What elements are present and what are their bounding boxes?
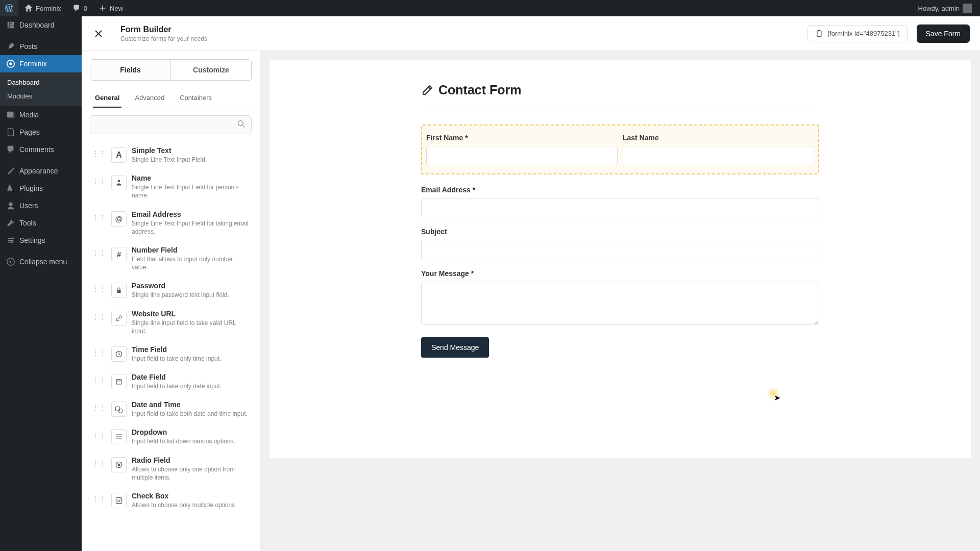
shortcode-copy[interactable]: [forminix id="48975231"] [807, 25, 907, 42]
svg-point-9 [118, 180, 120, 183]
message-textarea[interactable] [421, 282, 819, 325]
field-item-radio-field[interactable]: ⋮⋮Radio FieldAllows to choose only one o… [90, 451, 252, 487]
plugin-icon [6, 184, 15, 193]
menu-posts[interactable]: Posts [0, 38, 82, 55]
wp-logo[interactable] [0, 0, 18, 16]
first-name-input[interactable] [426, 146, 618, 165]
field-category-tabs: General Advanced Containers [90, 90, 252, 108]
menu-plugins[interactable]: Plugins [0, 180, 82, 197]
site-name-link[interactable]: Forminix [19, 0, 66, 16]
tab-fields[interactable]: Fields [90, 60, 170, 80]
page-title: Form Builder [120, 25, 207, 34]
subject-label: Subject [421, 228, 819, 236]
field-type-icon [111, 175, 127, 190]
field-item-date-and-time[interactable]: ⋮⋮Date and TimeInput field to take both … [90, 395, 252, 423]
fields-panel: Fields Customize General Advanced Contai… [82, 51, 260, 551]
drag-handle-icon[interactable]: ⋮⋮ [92, 404, 106, 412]
comments-link[interactable]: 0 [67, 0, 92, 16]
field-type-icon [111, 493, 127, 508]
collapse-icon [6, 257, 15, 266]
menu-media[interactable]: Media [0, 106, 82, 123]
menu-forminix[interactable]: Forminix [0, 55, 82, 72]
submenu-modules[interactable]: Modules [0, 89, 82, 103]
field-desc: Input field to take both date and time i… [132, 410, 250, 418]
menu-appearance[interactable]: Appearance [0, 162, 82, 180]
field-type-icon [111, 402, 127, 417]
field-item-number-field[interactable]: ⋮⋮#Number FieldField that allows to inpu… [90, 241, 252, 277]
field-desc: Field that allows to input only number v… [132, 255, 250, 271]
last-name-label: Last Name [623, 134, 814, 142]
search-input[interactable] [90, 115, 252, 134]
tab-customize[interactable]: Customize [170, 60, 251, 80]
drag-handle-icon[interactable]: ⋮⋮ [92, 149, 106, 158]
canvas-area: Contact Form First Name * Last Name Emai… [260, 51, 980, 551]
menu-pages[interactable]: Pages [0, 123, 82, 141]
fields-list: ⋮⋮ASimple TextSingle Line Text Input Fie… [90, 141, 252, 514]
field-item-time-field[interactable]: ⋮⋮Time FieldInput field to take only tim… [90, 340, 252, 368]
field-type-icon [111, 311, 127, 326]
field-item-password[interactable]: ⋮⋮PasswordSingle line password text inpu… [90, 277, 252, 304]
collapse-menu[interactable]: Collapse menu [0, 253, 82, 270]
form-title-row[interactable]: Contact Form [421, 83, 819, 107]
avatar [963, 4, 972, 13]
wp-admin-menu: Dashboard Posts Forminix Dashboard Modul… [0, 16, 82, 551]
field-type-icon [111, 374, 127, 389]
field-item-website-url[interactable]: ⋮⋮Website URLSingle line input field to … [90, 305, 252, 340]
subject-input[interactable] [421, 240, 819, 259]
field-item-check-box[interactable]: ⋮⋮Check BoxAllows to choose only multipl… [90, 487, 252, 514]
submit-button[interactable]: Send Message [421, 337, 489, 358]
drag-handle-icon[interactable]: ⋮⋮ [92, 431, 106, 439]
field-item-email-address[interactable]: ⋮⋮@Email AddressSingle Line Text Input F… [90, 205, 252, 241]
email-input[interactable] [421, 198, 819, 217]
svg-rect-12 [116, 380, 121, 384]
email-label: Email Address * [421, 186, 819, 194]
drag-handle-icon[interactable]: ⋮⋮ [92, 495, 106, 503]
field-title: Date and Time [132, 400, 250, 409]
comments-count: 0 [84, 5, 87, 12]
home-icon [24, 4, 33, 12]
drag-handle-icon[interactable]: ⋮⋮ [92, 249, 106, 257]
drag-handle-icon[interactable]: ⋮⋮ [92, 313, 106, 321]
account-menu[interactable]: Howdy, admin [918, 4, 976, 13]
close-icon [93, 29, 104, 39]
drag-handle-icon[interactable]: ⋮⋮ [92, 285, 106, 293]
drag-handle-icon[interactable]: ⋮⋮ [92, 376, 106, 384]
drag-handle-icon[interactable]: ⋮⋮ [92, 459, 106, 467]
field-item-date-field[interactable]: ⋮⋮Date FieldInput field to take only dat… [90, 368, 252, 395]
menu-settings[interactable]: Settings [0, 232, 82, 249]
subtab-containers[interactable]: Containers [178, 90, 214, 108]
field-desc: Single Line Text Input Field for taking … [132, 219, 250, 236]
drag-handle-icon[interactable]: ⋮⋮ [92, 177, 106, 185]
builder-header: Form Builder Customize forms for your ne… [82, 16, 980, 51]
svg-point-2 [9, 203, 12, 206]
panel-tabs: Fields Customize [90, 59, 252, 81]
message-label: Your Message * [421, 269, 819, 278]
menu-comments[interactable]: Comments [0, 141, 82, 158]
save-button[interactable]: Save Form [917, 24, 970, 43]
field-desc: Allows to choose only one option from mu… [132, 465, 250, 482]
submenu-dashboard[interactable]: Dashboard [0, 76, 82, 89]
new-content-link[interactable]: New [93, 0, 128, 16]
brush-icon [6, 166, 15, 176]
name-row-selected[interactable]: First Name * Last Name [421, 124, 819, 174]
menu-tools[interactable]: Tools [0, 214, 82, 232]
svg-rect-17 [116, 497, 121, 503]
menu-users[interactable]: Users [0, 197, 82, 214]
subtab-advanced[interactable]: Advanced [133, 90, 166, 108]
field-type-icon: # [111, 247, 127, 262]
close-button[interactable] [86, 21, 111, 46]
last-name-input[interactable] [623, 146, 814, 165]
subtab-general[interactable]: General [93, 90, 121, 108]
drag-handle-icon[interactable]: ⋮⋮ [92, 213, 106, 221]
field-item-simple-text[interactable]: ⋮⋮ASimple TextSingle Line Text Input Fie… [90, 141, 252, 169]
field-title: Email Address [132, 210, 250, 218]
wp-admin-bar: Forminix 0 New Howdy, admin [0, 0, 980, 16]
svg-point-8 [238, 120, 243, 126]
drag-handle-icon[interactable]: ⋮⋮ [92, 348, 106, 357]
field-item-dropdown[interactable]: ⋮⋮DropdownInput field to list down vario… [90, 423, 252, 450]
menu-dashboard[interactable]: Dashboard [0, 16, 82, 34]
pages-icon [6, 128, 15, 137]
settings-icon [6, 236, 15, 245]
field-item-name[interactable]: ⋮⋮NameSingle Line Text Input Field for p… [90, 169, 252, 205]
form-canvas[interactable]: Contact Form First Name * Last Name Emai… [270, 60, 971, 458]
